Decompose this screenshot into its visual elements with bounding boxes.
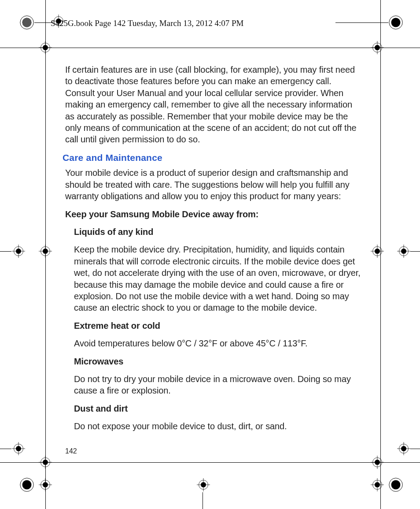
svg-point-2	[22, 18, 32, 27]
document-page: S425G.book Page 142 Tuesday, March 13, 2…	[0, 0, 420, 509]
svg-point-7	[22, 480, 32, 490]
crop-line	[0, 462, 420, 463]
crosshair-mark-icon	[39, 478, 52, 491]
tick-line	[203, 492, 203, 509]
item-title: Extreme heat or cold	[74, 320, 362, 331]
registration-mark-icon	[387, 14, 404, 31]
crosshair-mark-icon	[397, 442, 410, 455]
crosshair-mark-icon	[371, 456, 384, 469]
item-text: Do not try to dry your mobile device in …	[74, 373, 362, 397]
crosshair-mark-icon	[371, 41, 384, 54]
tick-line	[0, 449, 11, 449]
page-number: 142	[65, 447, 77, 455]
crosshair-mark-icon	[397, 245, 410, 258]
registration-mark-icon	[18, 476, 35, 493]
item-text: Do not expose your mobile device to dust…	[74, 420, 362, 432]
crosshair-mark-icon	[371, 478, 384, 491]
tick-line	[34, 22, 53, 23]
registration-mark-icon	[18, 14, 35, 31]
crosshair-mark-icon	[371, 245, 384, 258]
item-title: Liquids of any kind	[74, 226, 362, 238]
registration-mark-icon	[387, 476, 404, 493]
tick-line	[335, 22, 388, 23]
crosshair-mark-icon	[12, 442, 25, 455]
crosshair-mark-icon	[197, 478, 210, 491]
tick-line	[0, 251, 11, 252]
intro-paragraph: If certain features are in use (call blo…	[65, 64, 362, 145]
tick-line	[410, 251, 420, 252]
item-title: Microwaves	[74, 356, 362, 367]
item-text: Keep the mobile device dry. Precipitatio…	[74, 244, 362, 313]
crosshair-mark-icon	[39, 456, 52, 469]
keep-away-heading: Keep your Samsung Mobile Device away fro…	[65, 208, 362, 220]
svg-point-5	[391, 18, 401, 27]
crosshair-mark-icon	[39, 245, 52, 258]
svg-point-9	[391, 480, 401, 490]
item-title: Dust and dirt	[74, 403, 362, 414]
item-block: Liquids of any kind Keep the mobile devi…	[74, 226, 362, 432]
tick-line	[410, 449, 420, 449]
section-heading: Care and Maintenance	[63, 152, 362, 164]
crosshair-mark-icon	[52, 15, 65, 28]
item-text: Avoid temperatures below 0°C / 32°F or a…	[74, 338, 362, 349]
page-content: If certain features are in use (call blo…	[65, 64, 362, 438]
crop-line	[0, 48, 420, 48]
running-header: S425G.book Page 142 Tuesday, March 13, 2…	[51, 19, 243, 28]
section-intro: Your mobile device is a product of super…	[65, 167, 362, 202]
crosshair-mark-icon	[39, 41, 52, 54]
crosshair-mark-icon	[12, 245, 25, 258]
